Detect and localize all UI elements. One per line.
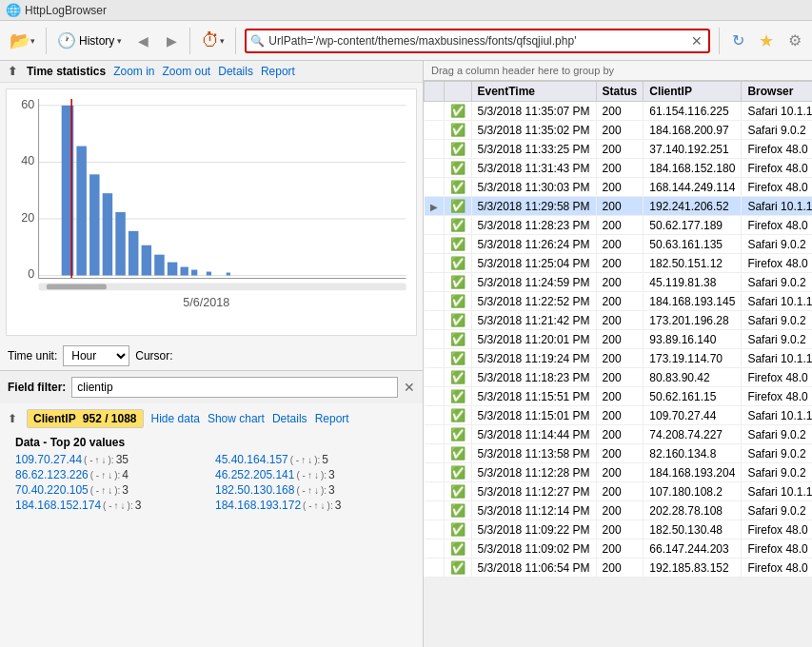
up-icon[interactable]: ↑ xyxy=(307,485,312,496)
data-controls: ( - xyxy=(296,485,305,496)
history-button[interactable]: 🕐 History ▾ xyxy=(51,26,128,56)
table-row[interactable]: ✅5/3/2018 11:20:01 PM20093.89.16.140Safa… xyxy=(425,330,813,349)
back-button[interactable]: ◀ xyxy=(129,26,156,56)
ip-link[interactable]: 46.252.205.141 xyxy=(215,468,294,481)
status-ok-icon: ✅ xyxy=(450,161,465,175)
status-cell: 200 xyxy=(596,520,644,539)
table-row[interactable]: ✅5/3/2018 11:09:02 PM20066.147.244.203Fi… xyxy=(425,539,813,559)
down-icon[interactable]: ↓ xyxy=(102,455,107,465)
ip-link[interactable]: 184.168.152.174 xyxy=(15,499,101,512)
zoom-out-link[interactable]: Zoom out xyxy=(163,65,211,78)
browser-cell: Safari 10.1.1 xyxy=(742,406,812,425)
down-icon[interactable]: ↓ xyxy=(321,500,326,511)
browser-cell: Firefox 48.0 xyxy=(742,387,812,406)
col-browser[interactable]: Browser xyxy=(742,82,812,102)
table-container[interactable]: EventTime Status ClientIP Browser ✅5/3/2… xyxy=(424,81,812,647)
table-row[interactable]: ✅5/3/2018 11:15:01 PM200109.70.27.44Safa… xyxy=(425,406,813,425)
clientip-report-link[interactable]: Report xyxy=(315,412,349,425)
clock-chevron-icon: ▾ xyxy=(220,36,225,46)
chart-svg: 60 40 20 0 xyxy=(7,89,416,335)
field-filter-clear-button[interactable]: ✕ xyxy=(404,380,415,395)
table-row[interactable]: ✅5/3/2018 11:22:52 PM200184.168.193.145S… xyxy=(425,292,813,311)
table-row[interactable]: ✅5/3/2018 11:18:23 PM20080.83.90.42Firef… xyxy=(425,368,813,387)
time-unit-select[interactable]: Hour Minute Day Week Month xyxy=(63,345,129,366)
right-panel: Drag a column header here to group by Ev… xyxy=(424,61,812,647)
up-icon[interactable]: ↑ xyxy=(95,455,100,465)
table-row[interactable]: ✅5/3/2018 11:14:44 PM20074.208.74.227Saf… xyxy=(425,425,813,444)
folder-chevron-icon: ▾ xyxy=(30,36,35,46)
table-row[interactable]: ✅5/3/2018 11:35:07 PM20061.154.116.225Sa… xyxy=(425,102,813,121)
table-row[interactable]: ✅5/3/2018 11:12:27 PM200107.180.108.2Saf… xyxy=(425,482,813,501)
table-row[interactable]: ✅5/3/2018 11:35:02 PM200184.168.200.97Sa… xyxy=(425,121,813,140)
ip-count: 35 xyxy=(116,453,129,466)
ip-link[interactable]: 86.62.123.226 xyxy=(15,468,89,481)
event-time-cell: 5/3/2018 11:06:54 PM xyxy=(471,559,596,578)
zoom-in-link[interactable]: Zoom in xyxy=(113,65,154,78)
table-row[interactable]: ✅5/3/2018 11:12:14 PM200202.28.78.108Saf… xyxy=(425,501,813,520)
up-icon[interactable]: ↑ xyxy=(307,470,312,480)
ip-link[interactable]: 184.168.193.172 xyxy=(215,499,301,512)
col-client-ip[interactable]: ClientIP xyxy=(644,82,742,102)
col-event-time[interactable]: EventTime xyxy=(471,82,596,102)
reload-button[interactable]: ↻ xyxy=(724,26,751,56)
status-ok-icon: ✅ xyxy=(450,541,465,556)
table-row[interactable]: ▶✅5/3/2018 11:29:58 PM200192.241.206.52S… xyxy=(425,197,813,216)
ip-link[interactable]: 70.40.220.105 xyxy=(15,483,89,497)
table-row[interactable]: ✅5/3/2018 11:09:22 PM200182.50.130.48Fir… xyxy=(425,520,813,539)
table-row[interactable]: ✅5/3/2018 11:30:03 PM200168.144.249.114F… xyxy=(425,178,813,197)
data-controls: ( - xyxy=(103,500,111,511)
table-row[interactable]: ✅5/3/2018 11:24:59 PM20045.119.81.38Safa… xyxy=(425,273,813,292)
clock-filter-button[interactable]: ⏱ ▾ xyxy=(195,26,230,56)
table-row[interactable]: ✅5/3/2018 11:21:42 PM200173.201.196.28Sa… xyxy=(425,311,813,330)
table-row[interactable]: ✅5/3/2018 11:12:28 PM200184.168.193.204S… xyxy=(425,463,813,482)
down-icon[interactable]: ↓ xyxy=(307,455,312,465)
star-button[interactable]: ★ xyxy=(753,26,780,56)
field-filter-section: Field filter: ✕ xyxy=(0,370,423,403)
table-row[interactable]: ✅5/3/2018 11:06:54 PM200192.185.83.152Fi… xyxy=(425,559,813,578)
down-icon[interactable]: ↓ xyxy=(108,470,112,480)
expand-cell xyxy=(425,292,445,311)
expand-cell xyxy=(425,482,445,501)
table-row[interactable]: ✅5/3/2018 11:15:51 PM20050.62.161.15Fire… xyxy=(425,387,813,406)
table-row[interactable]: ✅5/3/2018 11:31:43 PM200184.168.152.180F… xyxy=(425,159,813,178)
table-row[interactable]: ✅5/3/2018 11:25:04 PM200182.50.151.12Fir… xyxy=(425,254,813,273)
time-details-link[interactable]: Details xyxy=(218,65,253,78)
urlbar-input[interactable] xyxy=(268,34,689,48)
time-stats-collapse-icon[interactable]: ⬆ xyxy=(8,65,17,78)
ip-link[interactable]: 182.50.130.168 xyxy=(215,483,294,497)
status-cell: 200 xyxy=(596,121,644,140)
ip-link[interactable]: 109.70.27.44 xyxy=(15,453,82,466)
up-icon[interactable]: ↑ xyxy=(101,470,106,480)
ip-link[interactable]: 45.40.164.157 xyxy=(215,453,288,466)
up-icon[interactable]: ↑ xyxy=(101,485,106,496)
client-ip-cell: 192.241.206.52 xyxy=(644,197,742,216)
down-icon[interactable]: ↓ xyxy=(108,485,112,496)
clientip-details-link[interactable]: Details xyxy=(272,412,307,425)
field-filter-input[interactable] xyxy=(71,377,398,398)
forward-button[interactable]: ▶ xyxy=(158,26,185,56)
table-row[interactable]: ✅5/3/2018 11:13:58 PM20082.160.134.8Safa… xyxy=(425,444,813,463)
time-report-link[interactable]: Report xyxy=(261,65,295,78)
down-icon[interactable]: ↓ xyxy=(314,470,319,480)
expand-icon[interactable]: ▶ xyxy=(430,202,438,212)
down-icon[interactable]: ↓ xyxy=(121,500,126,511)
event-time-cell: 5/3/2018 11:09:02 PM xyxy=(471,539,596,559)
table-row[interactable]: ✅5/3/2018 11:33:25 PM20037.140.192.251Fi… xyxy=(425,140,813,159)
up-icon[interactable]: ↑ xyxy=(314,500,319,511)
urlbar-clear-button[interactable]: ✕ xyxy=(689,33,704,49)
table-row[interactable]: ✅5/3/2018 11:28:23 PM20050.62.177.189Fir… xyxy=(425,216,813,235)
table-row[interactable]: ✅5/3/2018 11:19:24 PM200173.19.114.70Saf… xyxy=(425,349,813,368)
up-icon[interactable]: ↑ xyxy=(114,500,119,511)
table-row[interactable]: ✅5/3/2018 11:26:24 PM20050.63.161.135Saf… xyxy=(425,235,813,254)
col-status[interactable]: Status xyxy=(596,82,644,102)
data-header: Data - Top 20 values xyxy=(15,436,407,449)
status-cell: 200 xyxy=(596,425,644,444)
status-icon-cell: ✅ xyxy=(444,292,471,311)
down-icon[interactable]: ↓ xyxy=(314,485,319,496)
hide-data-link[interactable]: Hide data xyxy=(151,412,200,425)
show-chart-link[interactable]: Show chart xyxy=(208,412,265,425)
up-icon[interactable]: ↑ xyxy=(301,455,306,465)
tools-button[interactable]: ⚙ xyxy=(782,26,808,56)
open-folder-button[interactable]: 📂 ▾ xyxy=(4,26,41,56)
clientip-collapse-icon[interactable]: ⬆ xyxy=(8,412,17,425)
